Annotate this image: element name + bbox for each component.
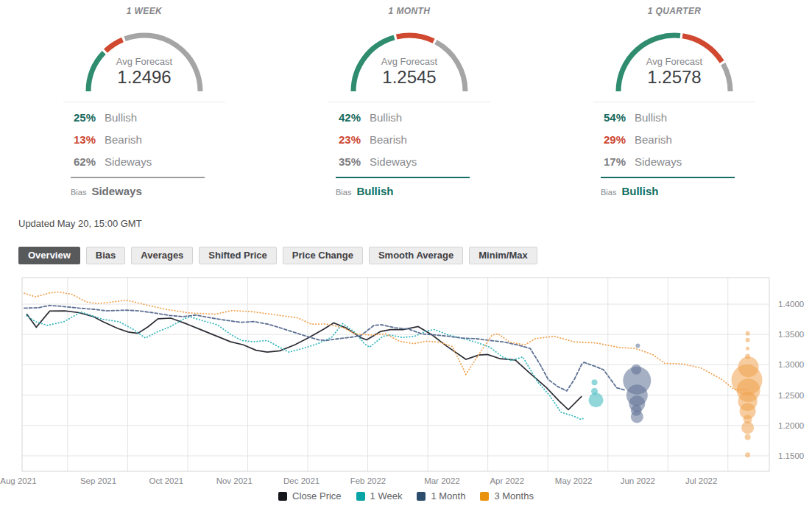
forecast-bubble xyxy=(746,338,750,342)
y-axis-label: 1.2500 xyxy=(778,391,804,400)
x-axis-label: Aug 2021 xyxy=(0,476,36,485)
forecast-chart: 1.40001.35001.30001.25001.20001.1500Aug … xyxy=(0,0,812,514)
x-axis-label: Apr 2022 xyxy=(490,476,524,485)
y-axis-label: 1.4000 xyxy=(778,300,804,309)
legend-swatch-icon xyxy=(356,492,365,501)
forecast-bubble xyxy=(635,343,640,348)
chart-axis-labels: 1.40001.35001.30001.25001.20001.1500Aug … xyxy=(0,300,804,485)
chart-legend: Close Price1 Week1 Month3 Months xyxy=(0,490,812,501)
forecast-bubble xyxy=(746,331,750,336)
x-axis-label: May 2022 xyxy=(555,476,593,485)
forecast-bubble xyxy=(745,452,750,457)
x-axis-label: Oct 2021 xyxy=(149,476,184,485)
legend-item-close-price[interactable]: Close Price xyxy=(278,490,341,501)
chart-grid xyxy=(22,278,769,471)
legend-item-1-month[interactable]: 1 Month xyxy=(417,490,465,501)
legend-swatch-icon xyxy=(278,492,287,501)
forecast-bubble xyxy=(746,347,749,351)
forecast-bubble xyxy=(741,421,754,434)
x-axis-label: Feb 2022 xyxy=(350,476,386,485)
forecast-bubble xyxy=(631,411,643,423)
x-axis-label: Mar 2022 xyxy=(424,476,460,485)
x-axis-label: Dec 2021 xyxy=(283,476,319,485)
legend-label: 1 Month xyxy=(431,490,465,501)
y-axis-label: 1.2000 xyxy=(778,421,804,430)
x-axis-label: Sep 2021 xyxy=(80,476,116,485)
legend-item-1-week[interactable]: 1 Week xyxy=(356,490,403,501)
legend-swatch-icon xyxy=(417,492,426,501)
y-axis-label: 1.3000 xyxy=(778,360,804,369)
legend-label: Close Price xyxy=(292,490,341,501)
legend-swatch-icon xyxy=(480,492,489,501)
legend-label: 3 Months xyxy=(494,490,533,501)
forecast-bubble xyxy=(589,392,604,407)
series-1-week xyxy=(27,312,584,420)
x-axis-label: Jul 2022 xyxy=(685,476,717,485)
x-axis-label: Jun 2022 xyxy=(621,476,655,485)
legend-label: 1 Week xyxy=(370,490,403,501)
legend-item-3-months[interactable]: 3 Months xyxy=(480,490,533,501)
forecast-bubble xyxy=(745,434,751,440)
y-axis-label: 1.1500 xyxy=(778,451,804,460)
forecast-poll-widget: 1 WEEK Avg Forecast 1.2496 25% Bullish 1… xyxy=(0,0,812,514)
forecast-bubble xyxy=(592,379,598,385)
x-axis-label: Nov 2021 xyxy=(216,476,253,485)
forecast-bubbles xyxy=(589,331,763,458)
y-axis-label: 1.3500 xyxy=(778,330,804,339)
